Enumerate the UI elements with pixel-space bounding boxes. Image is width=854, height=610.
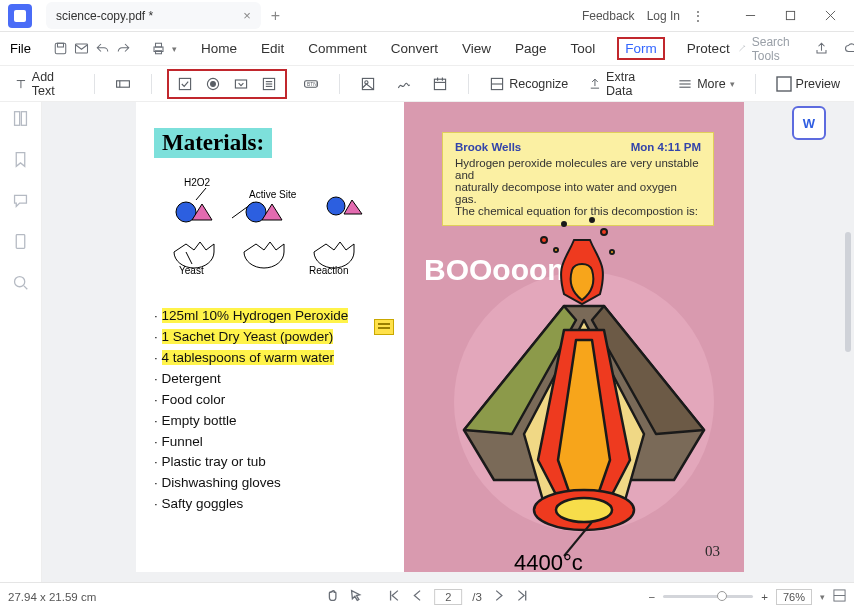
image-field-tool[interactable] xyxy=(356,73,380,95)
recognize-label: Recognize xyxy=(509,77,568,91)
svg-point-45 xyxy=(327,197,345,215)
menu-home[interactable]: Home xyxy=(199,37,239,60)
svg-rect-35 xyxy=(21,112,26,126)
more-lines-icon xyxy=(677,76,693,92)
mail-icon[interactable] xyxy=(74,38,89,60)
share-icon[interactable] xyxy=(811,38,833,60)
checkbox-empty-icon xyxy=(776,76,792,92)
sticky-note-icon[interactable] xyxy=(374,319,394,335)
page-right-column: Brook Wells Mon 4:11 PM Hydrogen peroxid… xyxy=(404,102,744,572)
feedback-link[interactable]: Feedback xyxy=(582,9,635,23)
radio-tool[interactable] xyxy=(203,74,223,94)
login-link[interactable]: Log In xyxy=(647,9,680,23)
zoom-value[interactable]: 76% xyxy=(776,589,812,605)
list-item: Dishwashing gloves xyxy=(162,475,281,490)
menu-form[interactable]: Form xyxy=(617,37,665,60)
text-field-tool[interactable] xyxy=(111,73,135,95)
cloud-icon[interactable] xyxy=(841,38,854,60)
fit-mode-icon[interactable] xyxy=(833,589,846,604)
label-reaction: Reaction xyxy=(309,265,348,276)
word-export-badge[interactable]: W xyxy=(792,106,826,140)
hand-tool-icon[interactable] xyxy=(326,589,339,604)
document-tab[interactable]: science-copy.pdf * × xyxy=(46,2,261,29)
materials-heading: Materials: xyxy=(154,128,272,158)
svg-rect-12 xyxy=(180,78,191,89)
svg-point-37 xyxy=(15,277,25,287)
print-dropdown-icon[interactable]: ▾ xyxy=(172,44,177,54)
zoom-dropdown-icon[interactable]: ▾ xyxy=(820,592,825,602)
recognize-icon xyxy=(489,76,505,92)
kebab-icon[interactable]: ⋮ xyxy=(692,9,704,23)
add-text-label: Add Text xyxy=(32,70,74,98)
menu-edit[interactable]: Edit xyxy=(259,37,286,60)
label-yeast: Yeast xyxy=(179,265,204,276)
last-page-icon[interactable] xyxy=(515,589,528,604)
file-menu[interactable]: File xyxy=(8,37,33,60)
close-button[interactable] xyxy=(816,4,844,28)
svg-point-56 xyxy=(556,498,612,522)
undo-icon[interactable] xyxy=(95,38,110,60)
form-fields-group xyxy=(167,69,287,99)
upload-icon xyxy=(588,76,602,92)
menu-page[interactable]: Page xyxy=(513,37,549,60)
select-tool-icon[interactable] xyxy=(349,589,362,604)
zoom-out-icon[interactable]: − xyxy=(649,591,656,603)
thumbnails-icon[interactable] xyxy=(12,110,29,131)
menu-convert[interactable]: Convert xyxy=(389,37,440,60)
zoom-slider[interactable] xyxy=(663,595,753,598)
attachments-icon[interactable] xyxy=(12,233,29,254)
svg-rect-34 xyxy=(15,112,20,126)
more-button[interactable]: More ▾ xyxy=(673,73,738,95)
svg-rect-4 xyxy=(55,43,66,54)
menu-tool[interactable]: Tool xyxy=(569,37,598,60)
comments-icon[interactable] xyxy=(12,192,29,213)
svg-rect-1 xyxy=(786,11,794,19)
menu-view[interactable]: View xyxy=(460,37,493,60)
extra-data-button[interactable]: Extra Data xyxy=(584,67,661,101)
new-tab-button[interactable]: + xyxy=(271,7,280,25)
svg-point-54 xyxy=(610,250,614,254)
svg-rect-5 xyxy=(57,43,63,47)
list-item: 4 tablespoons of warm water xyxy=(162,350,335,365)
svg-rect-6 xyxy=(75,44,87,53)
preview-checkbox[interactable]: Preview xyxy=(772,73,844,95)
date-tool[interactable] xyxy=(428,73,452,95)
print-icon[interactable] xyxy=(151,38,166,60)
save-icon[interactable] xyxy=(53,38,68,60)
text-t-icon xyxy=(14,76,28,92)
next-page-icon[interactable] xyxy=(492,589,505,604)
search-panel-icon[interactable] xyxy=(12,274,29,295)
more-caret-icon: ▾ xyxy=(730,79,735,89)
dropdown-tool[interactable] xyxy=(231,74,251,94)
svg-marker-46 xyxy=(344,200,362,214)
list-item: 125ml 10% Hydrogen Peroxide xyxy=(162,308,349,323)
note-line: naturally decompose into water and oxyge… xyxy=(455,181,701,205)
bookmarks-icon[interactable] xyxy=(12,151,29,172)
recognize-button[interactable]: Recognize xyxy=(485,73,572,95)
first-page-icon[interactable] xyxy=(388,589,401,604)
ingredients-list: · 125ml 10% Hydrogen Peroxide · 1 Sachet… xyxy=(154,306,394,515)
vertical-scrollbar[interactable] xyxy=(845,232,851,352)
titlebar: science-copy.pdf * × + Feedback Log In ⋮ xyxy=(0,0,854,32)
svg-point-14 xyxy=(211,81,216,86)
prev-page-icon[interactable] xyxy=(411,589,424,604)
redo-icon[interactable] xyxy=(116,38,131,60)
checkbox-tool[interactable] xyxy=(175,74,195,94)
main-menu: Home Edit Comment Convert View Page Tool… xyxy=(199,37,732,60)
menu-protect[interactable]: Protect xyxy=(685,37,732,60)
page-input[interactable]: 2 xyxy=(434,589,462,605)
svg-point-53 xyxy=(554,248,558,252)
list-item: Food color xyxy=(162,392,226,407)
tab-close-icon[interactable]: × xyxy=(243,8,251,23)
document-canvas[interactable]: W Materials: H2O2 Active Site xyxy=(42,102,854,582)
search-tools[interactable]: Search Tools xyxy=(738,35,795,63)
listbox-tool[interactable] xyxy=(259,74,279,94)
add-text-button[interactable]: Add Text xyxy=(10,67,78,101)
maximize-button[interactable] xyxy=(776,4,804,28)
menu-comment[interactable]: Comment xyxy=(306,37,369,60)
button-tool[interactable]: BTN xyxy=(299,73,323,95)
zoom-in-icon[interactable]: + xyxy=(761,591,768,603)
minimize-button[interactable] xyxy=(736,4,764,28)
signature-tool[interactable] xyxy=(392,73,416,95)
svg-text:BTN: BTN xyxy=(307,82,317,87)
